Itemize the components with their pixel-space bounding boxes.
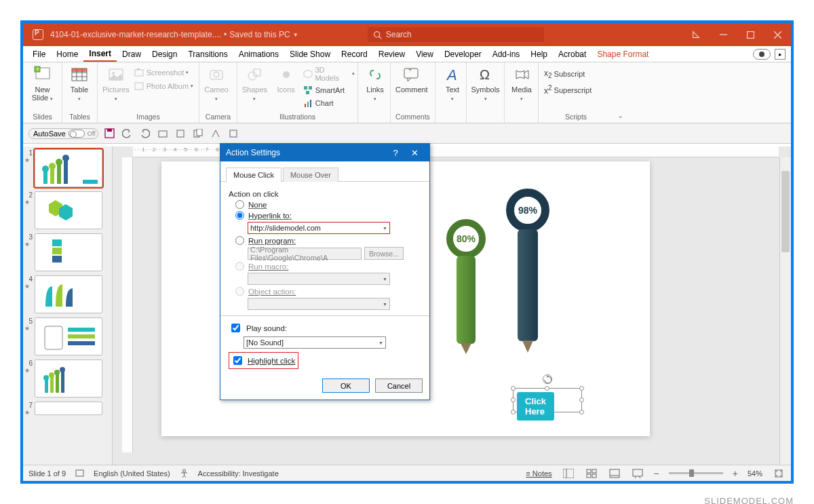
links-button[interactable]: Links▾ [361,64,389,103]
dialog-close-icon[interactable]: ✕ [405,148,424,158]
view-slideshow-icon[interactable] [631,468,644,479]
label-none: None [248,201,267,209]
tab-view[interactable]: View [410,47,439,61]
thumb-5[interactable]: 5★ [24,317,111,355]
mic-icon[interactable] [682,23,710,46]
svg-rect-84 [633,469,642,476]
tab-home[interactable]: Home [51,47,83,61]
subscript-button[interactable]: x2 Subscript [544,68,592,80]
qat-icon[interactable] [210,128,222,140]
svg-line-1 [379,36,381,38]
ok-button[interactable]: OK [322,379,370,393]
chevron-down-icon[interactable]: ▼ [293,32,298,38]
redo-icon[interactable] [139,128,151,140]
autosave-toggle[interactable]: AutoSaveOff [28,128,98,139]
shapes-button[interactable]: Shapes▾ [240,64,269,103]
save-state: Saved to this PC [229,30,290,39]
record-indicator[interactable] [753,49,771,60]
vertical-scrollbar[interactable] [779,157,791,465]
lang-icon[interactable] [75,469,84,478]
label-object-action: Object action: [248,288,296,296]
undo-icon[interactable] [121,128,134,140]
tab-record[interactable]: Record [336,47,373,61]
ribbon-collapse-button[interactable]: ▸ [775,49,786,60]
thumb-2[interactable]: 2★ [24,191,111,229]
minimize-button[interactable] [710,23,737,46]
thumb-1[interactable]: 1★ [24,149,111,187]
checkbox-play-sound[interactable] [231,324,240,332]
save-icon[interactable] [104,128,116,140]
thumb-6[interactable]: 6★ [24,360,111,398]
thumb-4[interactable]: 4★ [24,275,111,313]
group-scripts-label: Scripts [541,111,610,123]
table-button[interactable]: Table▾ [65,64,94,103]
close-button[interactable] [764,23,791,46]
view-reading-icon[interactable] [608,468,621,479]
3d-models-button[interactable]: 3D Models ▾ [303,65,355,83]
qat-icon[interactable] [157,128,169,140]
tab-file[interactable]: File [27,47,51,61]
dialog-titlebar[interactable]: Action Settings ? ✕ [220,144,429,161]
checkbox-highlight-click[interactable] [233,356,242,365]
click-here-shape[interactable]: Click Here [517,392,554,421]
new-slide-button[interactable]: +New Slide ▾ [26,64,59,103]
svg-rect-66 [45,379,48,393]
tab-addins[interactable]: Add-ins [487,47,526,61]
tab-animations[interactable]: Animations [233,47,284,61]
accessibility-label[interactable]: Accessibility: Investigate [198,469,279,478]
text-button[interactable]: AText▾ [438,64,467,103]
radio-hyperlink[interactable] [235,211,244,220]
tab-slideshow[interactable]: Slide Show [284,47,336,61]
tab-design[interactable]: Design [147,47,182,61]
icons-button[interactable]: Icons [272,64,301,95]
media-button[interactable]: Media▾ [507,64,536,103]
thumb-7[interactable]: 7★ [24,402,111,416]
group-text-label [438,111,463,123]
tab-transitions[interactable]: Transitions [182,47,233,61]
hyperlink-value[interactable]: http://slidemodel.com▼ [248,222,390,234]
dialog-help-icon[interactable]: ? [386,148,405,158]
rotate-handle-icon[interactable] [543,374,552,384]
radio-run-program[interactable] [235,236,244,245]
chart-button[interactable]: Chart [303,97,355,109]
tab-help[interactable]: Help [525,47,553,61]
symbols-button[interactable]: ΩSymbols▾ [469,64,501,103]
svg-point-49 [56,159,62,166]
maximize-button[interactable] [737,23,764,46]
tab-review[interactable]: Review [373,47,410,61]
fit-window-icon[interactable] [772,468,786,479]
superscript-button[interactable]: x2 Superscript [544,83,592,96]
view-sorter-icon[interactable] [585,468,598,479]
view-normal-icon[interactable] [562,468,575,479]
qat-icon[interactable] [192,128,204,140]
tab-acrobat[interactable]: Acrobat [553,47,592,61]
cameo-button[interactable]: Cameo▾ [202,64,231,103]
svg-point-50 [62,155,69,161]
thumb-3[interactable]: 3★ [24,233,111,271]
tab-shape-format[interactable]: Shape Format [592,47,654,61]
tab-mouse-click[interactable]: Mouse Click [226,168,282,182]
comment-button[interactable]: +Comment [393,64,430,95]
zoom-percent[interactable]: 54% [748,469,762,478]
svg-rect-40 [197,129,202,136]
tab-draw[interactable]: Draw [117,47,147,61]
browse-button: Browse... [364,247,404,260]
photo-album-button[interactable]: Photo Album ▾ [134,80,193,92]
screenshot-button[interactable]: Screenshot ▾ [134,66,193,78]
cancel-button[interactable]: Cancel [375,379,423,393]
qat-icon[interactable] [174,128,187,140]
sound-dropdown[interactable]: [No Sound]▼ [244,336,386,349]
ribbon-expand-icon[interactable]: ⌄ [613,62,627,123]
zoom-slider[interactable] [669,472,723,474]
tab-developer[interactable]: Developer [439,47,487,61]
language-label[interactable]: English (United States) [94,469,170,478]
smartart-button[interactable]: SmartArt [303,84,355,96]
search-box[interactable]: Search [368,27,544,42]
accessibility-icon[interactable] [180,469,189,478]
qat-icon[interactable] [227,128,239,140]
radio-none[interactable] [235,200,244,209]
tab-mouse-over[interactable]: Mouse Over [283,168,338,182]
tab-insert[interactable]: Insert [83,47,117,62]
pictures-button[interactable]: Pictures▾ [100,64,132,103]
notes-button[interactable]: ≡ Notes [526,469,551,478]
